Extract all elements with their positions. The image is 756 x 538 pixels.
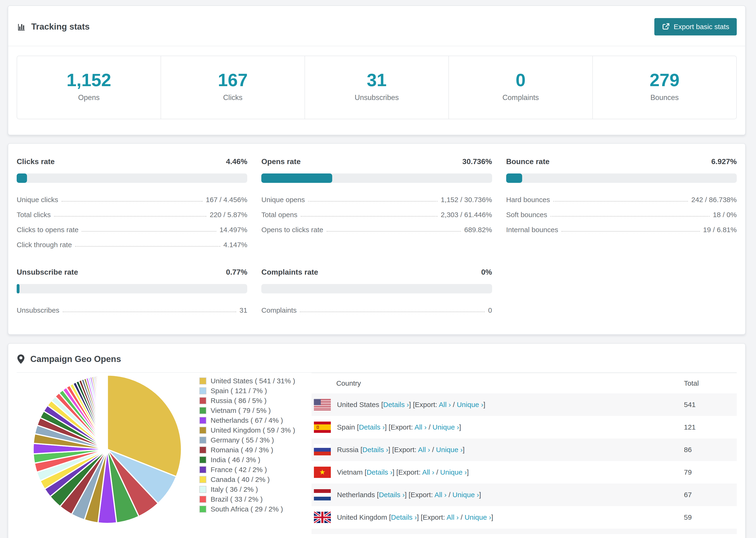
export-all-link[interactable]: All › bbox=[439, 401, 451, 408]
legend-swatch bbox=[199, 456, 206, 463]
export-unique-link[interactable]: Unique › bbox=[465, 513, 491, 521]
rate-stat-row: Clicks to opens rate14.497% bbox=[17, 222, 247, 237]
export-basic-stats-button[interactable]: Export basic stats bbox=[654, 18, 737, 35]
export-unique-link[interactable]: Unique › bbox=[432, 423, 459, 431]
dotted-leader bbox=[308, 201, 437, 202]
legend-label: Vietnam ( 79 / 5% ) bbox=[211, 406, 271, 414]
country-links: Netherlands [Details ›] [Export: All › /… bbox=[337, 491, 481, 499]
export-all-link[interactable]: All › bbox=[414, 423, 427, 431]
rate-title: Clicks rate bbox=[17, 157, 55, 166]
export-all-link[interactable]: All › bbox=[447, 513, 459, 521]
tracking-stats-header: Tracking stats Export basic stats bbox=[8, 6, 745, 46]
country-cell: Vietnam [Details ›] [Export: All › / Uni… bbox=[311, 467, 684, 478]
rate-progress-bar bbox=[506, 174, 737, 183]
rate-block-complaints-rate: Complaints rate0%Complaints0 bbox=[261, 268, 492, 318]
dotted-leader bbox=[63, 311, 236, 312]
flag-icon-vn bbox=[314, 467, 331, 478]
country-cell: Spain [Details ›] [Export: All › / Uniqu… bbox=[311, 422, 684, 433]
dotted-leader bbox=[301, 216, 437, 217]
rate-stat-row: Complaints0 bbox=[261, 303, 492, 318]
campaign-geo-opens-card: Campaign Geo Opens United States ( 541 /… bbox=[8, 343, 746, 538]
rate-progress-bar bbox=[261, 284, 492, 294]
rate-row-label: Soft bounces bbox=[506, 211, 547, 219]
legend-item-south-africa[interactable]: South Africa ( 29 / 2% ) bbox=[199, 504, 295, 514]
pie-slice-other-40[interactable] bbox=[107, 375, 107, 449]
legend-swatch bbox=[199, 506, 206, 512]
country-links: United States [Details ›] [Export: All ›… bbox=[337, 401, 485, 409]
details-link[interactable]: Details › bbox=[359, 423, 385, 431]
country-name: United Kingdom bbox=[337, 513, 389, 521]
table-row-germany: Germany [Details ›] [Export: All › / Uni… bbox=[311, 529, 737, 534]
stat-box-bounces: 279Bounces bbox=[593, 56, 736, 119]
details-link[interactable]: Details › bbox=[383, 401, 409, 408]
export-unique-link[interactable]: Unique › bbox=[457, 401, 483, 408]
legend-item-netherlands[interactable]: Netherlands ( 67 / 4% ) bbox=[199, 415, 295, 425]
legend-swatch bbox=[199, 447, 206, 454]
stat-number: 0 bbox=[449, 70, 592, 90]
details-link[interactable]: Details › bbox=[391, 513, 417, 521]
legend-item-india[interactable]: India ( 46 / 3% ) bbox=[199, 455, 295, 465]
legend-item-france[interactable]: France ( 42 / 2% ) bbox=[199, 465, 295, 475]
details-link[interactable]: Details › bbox=[379, 491, 405, 499]
rate-title: Opens rate bbox=[261, 157, 300, 166]
details-link[interactable]: Details › bbox=[366, 468, 392, 476]
stat-box-opens: 1,152Opens bbox=[17, 56, 161, 119]
legend-item-italy[interactable]: Italy ( 36 / 2% ) bbox=[199, 484, 295, 494]
legend-item-united-kingdom[interactable]: United Kingdom ( 59 / 3% ) bbox=[199, 425, 295, 435]
dotted-leader bbox=[62, 201, 203, 202]
legend-item-germany[interactable]: Germany ( 55 / 3% ) bbox=[199, 435, 295, 445]
legend-swatch bbox=[199, 387, 206, 394]
legend-item-spain[interactable]: Spain ( 121 / 7% ) bbox=[199, 386, 295, 396]
export-icon bbox=[662, 23, 670, 31]
legend-label: Russia ( 86 / 5% ) bbox=[211, 397, 266, 405]
stat-number: 31 bbox=[305, 70, 449, 90]
rate-title: Complaints rate bbox=[261, 268, 318, 277]
legend-item-romania[interactable]: Romania ( 49 / 3% ) bbox=[199, 445, 295, 455]
country-name: Vietnam bbox=[337, 468, 365, 476]
stat-box-unsubscribes: 31Unsubscribes bbox=[305, 56, 449, 119]
legend-item-russia[interactable]: Russia ( 86 / 5% ) bbox=[199, 396, 295, 405]
legend-label: United States ( 541 / 31% ) bbox=[211, 377, 295, 385]
export-all-link[interactable]: All › bbox=[418, 446, 430, 454]
rate-stat-row: Click through rate4.147% bbox=[17, 237, 247, 252]
stat-label: Clicks bbox=[161, 93, 304, 102]
export-unique-link[interactable]: Unique › bbox=[453, 491, 479, 499]
legend-label: Romania ( 49 / 3% ) bbox=[211, 446, 273, 454]
stat-label: Bounces bbox=[593, 93, 736, 102]
flag-icon-es bbox=[314, 422, 331, 433]
export-unique-link[interactable]: Unique › bbox=[436, 446, 462, 454]
summary-stats-row: 1,152Opens167Clicks31Unsubscribes0Compla… bbox=[17, 56, 737, 119]
dotted-leader bbox=[300, 311, 485, 312]
export-all-link[interactable]: All › bbox=[422, 468, 434, 476]
stat-label: Complaints bbox=[449, 93, 592, 102]
export-unique-link[interactable]: Unique › bbox=[440, 468, 467, 476]
details-link[interactable]: Details › bbox=[362, 446, 388, 454]
total-cell: 79 bbox=[684, 468, 737, 476]
legend-item-vietnam[interactable]: Vietnam ( 79 / 5% ) bbox=[199, 405, 295, 415]
tracking-stats-card: Tracking stats Export basic stats 1,152O… bbox=[8, 5, 746, 135]
dotted-leader bbox=[561, 231, 700, 232]
country-name: Russia bbox=[337, 446, 360, 454]
country-cell: Netherlands [Details ›] [Export: All › /… bbox=[311, 489, 684, 501]
legend-swatch bbox=[199, 437, 206, 444]
legend-swatch bbox=[199, 486, 206, 493]
rate-value: 6.927% bbox=[711, 157, 737, 166]
legend-item-brazil[interactable]: Brazil ( 33 / 2% ) bbox=[199, 494, 295, 504]
legend-item-canada[interactable]: Canada ( 40 / 2% ) bbox=[199, 475, 295, 484]
rate-row-value: 1,152 / 30.736% bbox=[441, 196, 492, 204]
geo-title: Campaign Geo Opens bbox=[17, 354, 121, 364]
rate-row-value: 242 / 86.738% bbox=[691, 196, 737, 204]
rate-row-label: Total opens bbox=[261, 211, 297, 219]
country-name: Netherlands bbox=[337, 491, 377, 499]
export-all-link[interactable]: All › bbox=[434, 491, 447, 499]
stat-number: 279 bbox=[593, 70, 736, 90]
dotted-leader bbox=[553, 201, 688, 202]
legend-item-united-states[interactable]: United States ( 541 / 31% ) bbox=[199, 376, 295, 386]
tracking-stats-title: Tracking stats bbox=[17, 22, 90, 32]
dotted-leader bbox=[327, 231, 461, 232]
total-column-header: Total bbox=[684, 379, 737, 387]
legend-label: Netherlands ( 67 / 4% ) bbox=[211, 416, 283, 424]
legend-label: United Kingdom ( 59 / 3% ) bbox=[211, 426, 295, 434]
rate-row-label: Unique clicks bbox=[17, 196, 58, 204]
rates-grid: Clicks rate4.46%Unique clicks167 / 4.456… bbox=[17, 157, 737, 318]
